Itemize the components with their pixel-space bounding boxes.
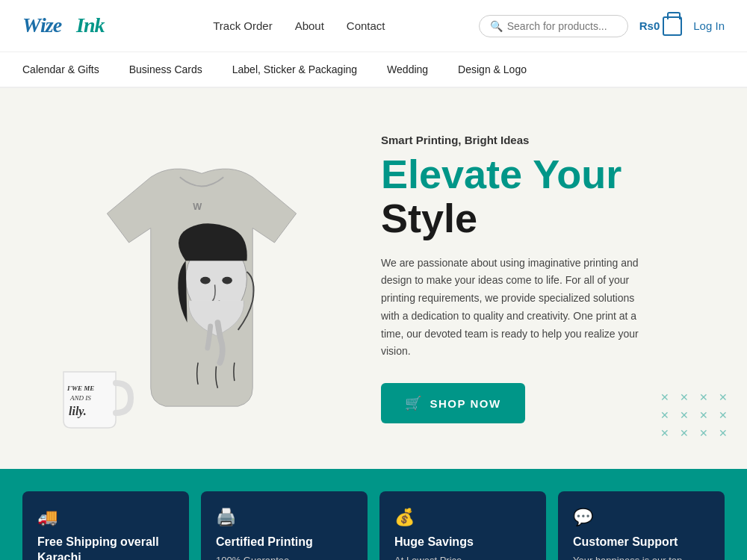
nav-track-order[interactable]: Track Order [213,19,272,32]
nav-about[interactable]: About [295,19,324,32]
svg-point-5 [200,277,211,284]
cross-7: ✕ [699,409,713,421]
svg-point-6 [222,277,232,284]
svg-text:I'WE ME: I'WE ME [66,385,94,392]
hero-title-dark: Style [381,196,477,240]
feature-subtitle-2: At Lowest Price [394,553,531,560]
feature-icon-1: 🖨️ [216,508,353,527]
hero-title-teal: Elevate Your [381,152,622,196]
header-right: 🔍 Rs0 Log In [479,15,725,37]
nav-contact[interactable]: Contact [347,19,385,32]
navbar-item-2[interactable]: Label, Sticker & Packaging [232,53,357,86]
site-header: W ize Ink Track Order About Contact 🔍 Rs… [0,0,747,52]
cross-8: ✕ [719,409,732,421]
hero-title: Elevate Your Style [381,152,702,241]
cart-area[interactable]: Rs0 [639,16,683,36]
search-icon: 🔍 [490,20,503,32]
cross-4: ✕ [719,391,732,403]
hero-subtitle: Smart Printing, Bright Ideas [381,134,702,146]
feature-title-1: Certified Printing [216,535,353,550]
feature-icon-0: 🚚 [37,508,174,527]
site-logo[interactable]: W ize Ink [22,8,120,43]
feature-title-3: Customer Support [573,535,710,550]
login-button[interactable]: Log In [693,19,725,32]
hero-image-area: W [45,118,359,439]
feature-card-0: 🚚 Free Shipping overall Karachi Above 50… [22,491,189,560]
svg-text:W: W [193,202,202,212]
cart-icon[interactable] [663,16,682,36]
feature-card-2: 💰 Huge Savings At Lowest Price [379,491,546,560]
features-grid: 🚚 Free Shipping overall Karachi Above 50… [22,491,725,560]
top-nav: Track Order About Contact [213,19,385,32]
navbar-item-4[interactable]: Design & Logo [458,53,527,86]
feature-subtitle-1: 100% Guarantee [216,553,353,560]
cross-11: ✕ [699,427,713,439]
svg-text:Ink: Ink [75,13,105,37]
feature-subtitle-3: Your happiness is our top priority. [573,553,710,560]
cross-2: ✕ [680,391,693,403]
cross-6: ✕ [680,409,693,421]
svg-text:AND IS: AND IS [69,394,91,402]
feature-icon-2: 💰 [394,508,531,527]
feature-title-0: Free Shipping overall Karachi [37,535,174,560]
hero-text: Smart Printing, Bright Ideas Elevate You… [359,134,702,424]
cart-amount: Rs0 [639,19,660,32]
navbar-item-3[interactable]: Wedding [387,53,428,86]
feature-card-1: 🖨️ Certified Printing 100% Guarantee [201,491,368,560]
feature-title-2: Huge Savings [394,535,531,550]
shop-now-button[interactable]: 🛒 SHOP NOW [381,383,525,423]
hero-description: We are passionate about using imaginativ… [381,255,650,361]
svg-text:W: W [22,13,43,37]
search-input[interactable] [507,20,617,32]
cross-9: ✕ [660,427,674,439]
decorative-crosses: ✕ ✕ ✕ ✕ ✕ ✕ ✕ ✕ ✕ ✕ ✕ ✕ [660,391,732,439]
hero-section: W [0,88,747,469]
svg-text:lily.: lily. [69,405,87,418]
navbar-item-1[interactable]: Business Cards [129,53,202,86]
cross-5: ✕ [660,409,674,421]
cross-1: ✕ [660,391,674,403]
cross-10: ✕ [680,427,693,439]
category-navbar: Calendar & GiftsBusiness CardsLabel, Sti… [0,52,747,88]
navbar-item-0[interactable]: Calendar & Gifts [22,53,99,86]
shop-now-label: SHOP NOW [430,397,501,410]
cross-3: ✕ [699,391,713,403]
search-bar[interactable]: 🔍 [479,15,628,37]
cross-12: ✕ [719,427,732,439]
feature-card-3: 💬 Customer Support Your happiness is our… [558,491,725,560]
features-section: 🚚 Free Shipping overall Karachi Above 50… [0,469,747,560]
cart-btn-icon: 🛒 [405,395,423,411]
mug-image: I'WE ME AND IS lily. [52,357,134,439]
svg-text:ize: ize [40,13,62,37]
feature-icon-3: 💬 [573,508,710,527]
